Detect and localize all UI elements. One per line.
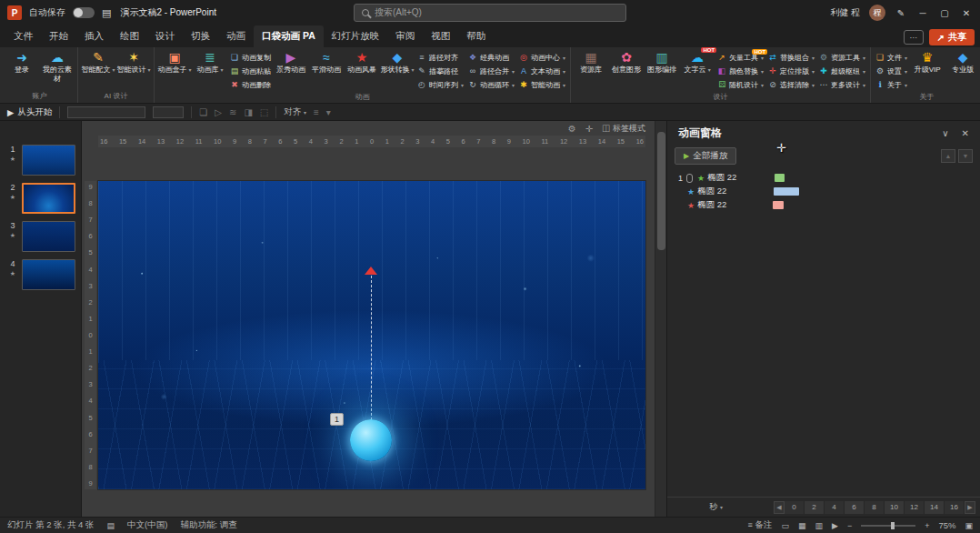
- ribbon-button-升级VIP[interactable]: ♛升级VIP: [910, 49, 945, 75]
- slideshow-icon[interactable]: ▶: [832, 521, 838, 530]
- ribbon-button-关于[interactable]: ℹ关于▾: [874, 78, 909, 91]
- ribbon-button-更多设计[interactable]: ⋯更多设计▾: [817, 78, 867, 91]
- ribbon-button-路径合并[interactable]: ∞路径合并▾: [466, 65, 516, 77]
- ribbon-button-动画复制[interactable]: ❏动画复制: [228, 51, 273, 64]
- group-icon[interactable]: ⬚: [260, 107, 268, 117]
- tab-口袋动画 PA[interactable]: 口袋动画 PA: [254, 25, 324, 47]
- avatar[interactable]: 程: [869, 5, 885, 21]
- gear-icon[interactable]: ⚙: [568, 124, 576, 134]
- ribbon-button-颜色替换[interactable]: ◧颜色替换▾: [715, 65, 765, 77]
- minimize-button[interactable]: ─: [916, 8, 929, 18]
- tag-mode-toggle[interactable]: ◫ 标签模式: [602, 123, 645, 135]
- ribbon-button-动画删除[interactable]: ✖动画删除: [228, 78, 273, 91]
- animation-number-badge[interactable]: 1: [330, 413, 344, 426]
- zoom-knob[interactable]: [891, 522, 895, 529]
- fit-to-window-icon[interactable]: ▣: [965, 521, 973, 530]
- vertical-scrollbar[interactable]: [655, 121, 666, 517]
- ribbon-button-动画风暴[interactable]: ★动画风暴: [345, 49, 379, 75]
- layer-order-icon[interactable]: ◨: [244, 107, 252, 117]
- timeline-scroll-right[interactable]: ▶: [965, 501, 975, 514]
- tab-文件[interactable]: 文件: [5, 25, 41, 47]
- ribbon-button-登录[interactable]: ➜登录: [5, 49, 39, 75]
- tab-动画[interactable]: 动画: [218, 25, 254, 47]
- slide-thumbnail-2[interactable]: 2★: [7, 183, 75, 214]
- pane-close-icon[interactable]: ✕: [962, 128, 969, 138]
- anim-row-2[interactable]: ★椭圆 22: [667, 185, 980, 198]
- ribbon-button-动画库[interactable]: ≣动画库 ▾: [193, 49, 227, 75]
- zoom-in-icon[interactable]: +: [925, 521, 929, 530]
- ribbon-button-智能设计[interactable]: ✶智能设计 ▾: [116, 49, 151, 75]
- ribbon-button-智能动画[interactable]: ✱智能动画▾: [517, 78, 567, 91]
- pencil-icon[interactable]: ✎: [895, 8, 907, 18]
- ribbon-button-动画盒子[interactable]: ▣动画盒子 ▾: [157, 49, 192, 75]
- ribbon-button-文本动画[interactable]: A文本动画▾: [517, 65, 567, 77]
- ribbon-button-路径对齐[interactable]: ≡路径对齐: [415, 51, 465, 64]
- tab-帮助[interactable]: 帮助: [458, 25, 494, 47]
- timeline-bar[interactable]: [773, 201, 784, 209]
- font-name-input[interactable]: [67, 106, 145, 118]
- pane-chevron-down-icon[interactable]: ∨: [942, 128, 948, 138]
- anim-row-1[interactable]: 1★椭圆 22: [667, 171, 980, 185]
- ribbon-button-描摹路径[interactable]: ✎描摹路径: [415, 65, 465, 77]
- play-all-button[interactable]: ▶ 全部播放: [675, 147, 736, 165]
- save-icon[interactable]: ▤: [102, 7, 111, 19]
- maximize-button[interactable]: ▢: [938, 8, 951, 18]
- ribbon-button-经典动画[interactable]: ❖经典动画: [466, 51, 516, 64]
- spellcheck-icon[interactable]: ▤: [107, 521, 115, 530]
- ribbon-button-随机设计[interactable]: ⚄随机设计▾: [715, 78, 765, 91]
- slide-preview[interactable]: [22, 183, 75, 214]
- ellipse-shape[interactable]: [350, 419, 392, 461]
- ribbon-button-文件[interactable]: ❏文件▾: [874, 51, 909, 64]
- tab-切换[interactable]: 切换: [183, 25, 218, 47]
- motion-path-end-arrow-icon[interactable]: [365, 266, 377, 275]
- ribbon-button-资源库[interactable]: ▦资源库: [574, 49, 608, 75]
- ribbon-button-文字云[interactable]: ☁文字云 ▾HOT: [680, 49, 715, 75]
- tab-审阅[interactable]: 审阅: [387, 25, 423, 47]
- ribbon-button-时间序列[interactable]: ◴时间序列▾: [415, 78, 465, 91]
- autosave-toggle[interactable]: [73, 7, 95, 18]
- tab-绘图[interactable]: 绘图: [112, 25, 147, 47]
- ribbon-button-替换组合[interactable]: ⇄替换组合▾: [766, 51, 816, 64]
- zoom-slider[interactable]: [861, 525, 915, 527]
- ribbon-button-矢量工具[interactable]: ↗矢量工具▾HOT: [715, 51, 765, 64]
- timeline-bar[interactable]: [775, 174, 785, 182]
- ribbon-button-形状转换[interactable]: ◆形状转换 ▾: [380, 49, 415, 75]
- anim-row-3[interactable]: ★椭圆 22: [667, 198, 980, 212]
- align-button[interactable]: 对齐 ▾: [284, 106, 306, 118]
- move-earlier-button[interactable]: ▲: [941, 149, 955, 163]
- slide-thumbnail-1[interactable]: 1★: [7, 145, 75, 176]
- more-tools-icon[interactable]: ≡: [314, 107, 319, 117]
- font-size-input[interactable]: [153, 106, 184, 118]
- notes-button[interactable]: ≡ 备注: [748, 519, 773, 531]
- ribbon-button-平滑动画[interactable]: ≈平滑动画: [309, 49, 344, 75]
- preview-effect-icon[interactable]: ▷: [215, 107, 222, 117]
- ribbon-button-图形编排[interactable]: ▥图形编排: [645, 49, 679, 75]
- ribbon-button-选择清除[interactable]: ⊘选择清除▾: [766, 78, 816, 91]
- scrollbar-thumb[interactable]: [657, 132, 665, 250]
- ribbon-button-专业版[interactable]: ◆专业版: [945, 49, 980, 75]
- move-later-button[interactable]: ▼: [958, 149, 973, 163]
- slide-thumbnail-3[interactable]: 3★: [7, 221, 75, 252]
- close-button[interactable]: ✕: [960, 8, 973, 18]
- motion-path[interactable]: [371, 276, 372, 425]
- ribbon-button-景秀动画[interactable]: ▶景秀动画: [274, 49, 308, 75]
- comments-button[interactable]: ⋯: [904, 30, 924, 45]
- search-input[interactable]: 搜索(Alt+Q): [354, 4, 626, 22]
- play-from-start-button[interactable]: ▶ 从头开始: [7, 106, 52, 118]
- ribbon-button-设置[interactable]: ⚙设置▾: [874, 65, 909, 77]
- ribbon-button-我的云素材[interactable]: ☁我的云素材: [40, 49, 75, 83]
- timeline-scroll-left[interactable]: ◀: [774, 501, 785, 514]
- move-tool-icon[interactable]: ✛: [585, 124, 593, 134]
- ribbon-button-创意图形[interactable]: ✿创意图形: [609, 49, 644, 75]
- ribbon-button-动画循环[interactable]: ↻动画循环▾: [466, 78, 516, 91]
- tab-设计[interactable]: 设计: [147, 25, 183, 47]
- ribbon-button-定位排版[interactable]: ✛定位排版▾: [766, 65, 816, 77]
- tab-开始[interactable]: 开始: [41, 25, 76, 47]
- slide-preview[interactable]: [22, 221, 75, 252]
- overflow-chevron-icon[interactable]: ▾: [326, 107, 331, 117]
- tab-插入[interactable]: 插入: [76, 25, 112, 47]
- share-button[interactable]: ↗ 共享: [929, 29, 975, 45]
- ribbon-button-智能配文[interactable]: ✎智能配文 ▾: [81, 49, 115, 75]
- normal-view-icon[interactable]: ▭: [781, 521, 789, 530]
- slide-sorter-icon[interactable]: ▦: [798, 521, 806, 530]
